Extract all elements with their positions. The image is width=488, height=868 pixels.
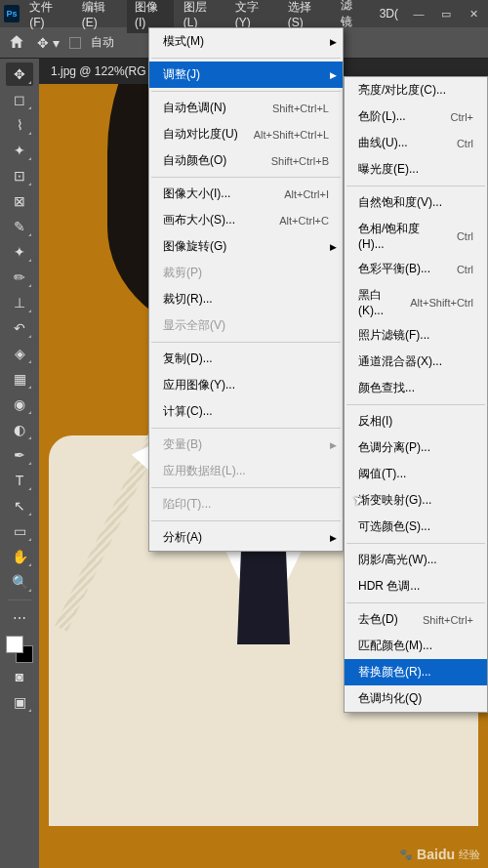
minimize-icon[interactable]: — — [408, 7, 429, 21]
menu-calculations[interactable]: 计算(C)... — [149, 398, 343, 425]
adjustments-submenu: 亮度/对比度(C)... 色阶(L)...Ctrl+ 曲线(U)...Ctrl … — [344, 76, 488, 713]
menu-shadow-highlight[interactable]: 阴影/高光(W)... — [345, 547, 487, 573]
menu-color-balance[interactable]: 色彩平衡(B)...Ctrl — [345, 256, 487, 282]
color-swatches[interactable] — [6, 636, 33, 663]
menu-file[interactable]: 文件(F) — [21, 0, 72, 33]
toolbox: ✥ ◻ ⌇ ✦ ⊡ ⊠ ✎ ✦ ✏ ⊥ ↶ ◈ ▦ ◉ ◐ ✒ T ↖ ▭ ✋ … — [0, 59, 39, 868]
history-brush-tool[interactable]: ↶ — [6, 316, 33, 340]
menu-auto-color[interactable]: 自动颜色(O)Shift+Ctrl+B — [149, 147, 343, 174]
menu-analysis[interactable]: 分析(A)▶ — [149, 524, 343, 551]
tab-label[interactable]: 1.jpg @ 122%(RG — [51, 64, 146, 78]
auto-label: 自动 — [91, 34, 114, 51]
shape-tool[interactable]: ▭ — [6, 519, 33, 543]
path-tool[interactable]: ↖ — [6, 494, 33, 517]
menu-match-color[interactable]: 匹配颜色(M)... — [345, 633, 487, 659]
watermark: 🐾 Baidu 经验 — [399, 847, 480, 862]
menu-selective-color[interactable]: 可选颜色(S)... — [345, 514, 487, 540]
menu-gradient-map[interactable]: 渐变映射(G)... — [345, 487, 487, 514]
crop-tool[interactable]: ⊡ — [6, 164, 33, 187]
watermark-logo-icon: 🐾 — [399, 848, 413, 861]
menu-trim[interactable]: 裁切(R)... — [149, 286, 343, 312]
menu-apply-image[interactable]: 应用图像(Y)... — [149, 372, 343, 398]
quick-mask[interactable]: ◙ — [6, 665, 33, 688]
edit-toolbar[interactable]: ⋯ — [6, 606, 33, 630]
menu-trap: 陷印(T)... — [149, 491, 343, 517]
menu-apply-dataset: 应用数据组(L)... — [149, 458, 343, 484]
menu-desaturate[interactable]: 去色(D)Shift+Ctrl+ — [345, 606, 487, 633]
move-tool[interactable]: ✥ — [6, 62, 33, 86]
eyedropper-tool[interactable]: ✎ — [6, 215, 33, 238]
blur-tool[interactable]: ◉ — [6, 393, 33, 416]
menu-3d[interactable]: 3D( — [372, 3, 406, 24]
menu-variables: 变量(B)▶ — [149, 432, 343, 458]
menu-mode[interactable]: 模式(M)▶ — [149, 28, 343, 55]
menu-vibrance[interactable]: 自然饱和度(V)... — [345, 189, 487, 216]
menu-curves[interactable]: 曲线(U)...Ctrl — [345, 130, 487, 156]
gradient-tool[interactable]: ▦ — [6, 367, 33, 391]
menu-exposure[interactable]: 曝光度(E)... — [345, 156, 487, 183]
stamp-tool[interactable]: ⊥ — [6, 291, 33, 314]
menu-image-rotation[interactable]: 图像旋转(G)▶ — [149, 233, 343, 260]
menu-equalize[interactable]: 色调均化(Q) — [345, 685, 487, 712]
window-controls: — ▭ ✕ — [408, 7, 484, 21]
brush-tool[interactable]: ✏ — [6, 266, 33, 289]
close-icon[interactable]: ✕ — [463, 7, 484, 21]
menu-reveal-all: 显示全部(V) — [149, 312, 343, 339]
home-icon[interactable] — [8, 33, 27, 53]
dodge-tool[interactable]: ◐ — [6, 418, 33, 441]
menu-adjustments[interactable]: 调整(J)▶ — [149, 62, 343, 88]
auto-checkbox[interactable] — [69, 37, 81, 49]
menu-levels[interactable]: 色阶(L)...Ctrl+ — [345, 103, 487, 130]
menu-hdr-toning[interactable]: HDR 色调... — [345, 573, 487, 599]
screen-mode[interactable]: ▣ — [6, 690, 33, 714]
hand-tool[interactable]: ✋ — [6, 545, 33, 568]
eraser-tool[interactable]: ◈ — [6, 342, 33, 365]
type-tool[interactable]: T — [6, 469, 33, 492]
menu-invert[interactable]: 反相(I) — [345, 408, 487, 434]
menu-replace-color[interactable]: 替换颜色(R)... — [345, 659, 487, 685]
menu-hue-saturation[interactable]: 色相/饱和度(H)...Ctrl — [345, 216, 487, 256]
title-bar: Ps 文件(F) 编辑(E) 图像(I) 图层(L) 文字(Y) 选择(S) 滤… — [0, 0, 488, 27]
app-logo: Ps — [4, 5, 20, 22]
menu-image-size[interactable]: 图像大小(I)...Alt+Ctrl+I — [149, 181, 343, 207]
menu-channel-mixer[interactable]: 通道混合器(X)... — [345, 349, 487, 375]
move-tool-icon[interactable]: ✥ ▾ — [37, 35, 60, 51]
menu-brightness[interactable]: 亮度/对比度(C)... — [345, 77, 487, 103]
pen-tool[interactable]: ✒ — [6, 443, 33, 467]
menu-auto-contrast[interactable]: 自动对比度(U)Alt+Shift+Ctrl+L — [149, 121, 343, 147]
menu-photo-filter[interactable]: 照片滤镜(F)... — [345, 322, 487, 349]
frame-tool[interactable]: ⊠ — [6, 189, 33, 213]
image-menu-dropdown: 模式(M)▶ 调整(J)▶ 自动色调(N)Shift+Ctrl+L 自动对比度(… — [148, 27, 344, 552]
menu-edit[interactable]: 编辑(E) — [74, 0, 125, 33]
menu-color-lookup[interactable]: 颜色查找... — [345, 375, 487, 401]
lasso-tool[interactable]: ⌇ — [6, 113, 33, 137]
menu-auto-tone[interactable]: 自动色调(N)Shift+Ctrl+L — [149, 95, 343, 121]
healing-tool[interactable]: ✦ — [6, 240, 33, 264]
marquee-tool[interactable]: ◻ — [6, 88, 33, 111]
maximize-icon[interactable]: ▭ — [435, 7, 457, 21]
menu-canvas-size[interactable]: 画布大小(S)...Alt+Ctrl+C — [149, 207, 343, 233]
fg-color-swatch[interactable] — [6, 636, 23, 653]
menu-duplicate[interactable]: 复制(D)... — [149, 346, 343, 372]
menu-crop: 裁剪(P) — [149, 260, 343, 286]
menu-threshold[interactable]: 阈值(T)... — [345, 461, 487, 487]
menu-black-white[interactable]: 黑白(K)...Alt+Shift+Ctrl — [345, 282, 487, 322]
menu-posterize[interactable]: 色调分离(P)... — [345, 434, 487, 461]
zoom-tool[interactable]: 🔍 — [6, 570, 33, 594]
magic-wand-tool[interactable]: ✦ — [6, 139, 33, 162]
